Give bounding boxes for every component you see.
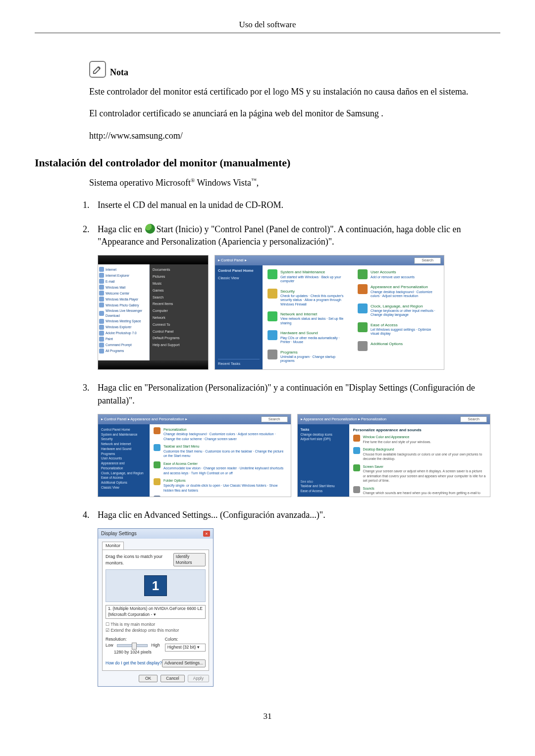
cp-category[interactable]: User AccountsAdd or remove user accounts: [358, 269, 439, 279]
ap-sidebar-item[interactable]: Security: [101, 437, 147, 442]
cp-category[interactable]: Additional Options: [358, 341, 439, 351]
ap-sidebar-item[interactable]: Appearance and Personalization: [101, 461, 147, 471]
pp-category[interactable]: Screen SaverChange your screen saver or …: [353, 464, 486, 483]
start-menu-right-item[interactable]: Default Programs: [153, 335, 205, 342]
start-menu-item[interactable]: Internet Explorer: [99, 272, 148, 278]
pp-seealso-item[interactable]: Taskbar and Start Menu: [301, 484, 346, 489]
start-menu-item[interactable]: Adobe Photoshop 7.0: [99, 330, 148, 336]
ap-sidebar-item[interactable]: System and Maintenance: [101, 432, 147, 437]
pp-seealso-item[interactable]: Ease of Access: [301, 489, 346, 494]
ap-sidebar-item[interactable]: Programs: [101, 452, 147, 456]
ap-category[interactable]: Taskbar and Start MenuCustomize the Star…: [154, 444, 287, 458]
cp-category[interactable]: SecurityCheck for updates · Check this c…: [268, 289, 349, 307]
drag-instruction: Drag the icons to match your monitors.: [106, 554, 173, 566]
pp-category[interactable]: Desktop BackgroundChoose from available …: [353, 447, 486, 461]
step-2: Haga clic en Start (Inicio) y "Control P…: [92, 223, 490, 370]
resolution-label: Resolution:: [106, 637, 160, 643]
cp-category[interactable]: System and MaintenanceGet started with W…: [268, 269, 349, 283]
start-menu-item[interactable]: Paint: [99, 336, 148, 342]
advanced-settings-button[interactable]: Advanced Settings...: [162, 659, 206, 667]
start-menu-item[interactable]: Welcome Center: [99, 290, 148, 296]
start-menu-item[interactable]: Command Prompt: [99, 342, 148, 348]
note-paragraph-2: El controlador certificado se anunciará …: [89, 107, 490, 119]
close-icon[interactable]: ×: [203, 531, 210, 537]
pp-heading: Personalize appearance and sounds: [353, 427, 486, 433]
start-menu-item[interactable]: Windows Mail: [99, 284, 148, 290]
ap-sidebar-item[interactable]: Control Panel Home: [101, 427, 147, 432]
ap-sidebar-item[interactable]: Hardware and Sound: [101, 447, 147, 452]
extend-desktop-checkbox[interactable]: ☑ Extend the desktop onto this monitor: [106, 628, 206, 634]
start-menu-right-item[interactable]: Recent Items: [153, 301, 205, 307]
step-4: Haga clic en Advanced Settings... (Confi…: [92, 509, 490, 687]
colors-select[interactable]: Highest (32 bit) ▾: [165, 644, 206, 652]
resolution-value: 1280 by 1024 pixels: [106, 650, 160, 655]
search-input[interactable]: Search: [460, 416, 487, 423]
identify-monitors-button[interactable]: Identify Monitors: [173, 553, 206, 567]
pp-sidebar-item[interactable]: Adjust font size (DPI): [301, 437, 346, 442]
start-menu-right-item[interactable]: Control Panel: [153, 328, 205, 335]
cancel-button[interactable]: Cancel: [160, 675, 184, 683]
windows-start-icon: [145, 224, 155, 234]
search-input[interactable]: Search: [261, 416, 288, 423]
ap-sidebar-item[interactable]: Clock, Language, and Region: [101, 471, 147, 476]
pp-tasks-title: Tasks: [301, 427, 346, 432]
monitor-select[interactable]: 1. (Multiple Monitors) on NVIDIA GeForce…: [106, 605, 206, 619]
cp-category[interactable]: Clock, Language, and RegionChange keyboa…: [358, 303, 439, 317]
breadcrumb: ▸ Appearance and Personalization ▸ Perso…: [301, 417, 387, 422]
search-input[interactable]: Search: [414, 257, 441, 264]
start-menu-right-item[interactable]: Connect To: [153, 321, 205, 328]
cp-category[interactable]: Hardware and SoundPlay CDs or other medi…: [268, 330, 349, 344]
step-1: Inserte el CD del manual en la unidad de…: [92, 199, 490, 211]
start-menu-right-item[interactable]: Search: [153, 294, 205, 301]
start-menu-item[interactable]: All Programs: [99, 348, 148, 354]
pp-sidebar-item[interactable]: Change desktop icons: [301, 432, 346, 437]
breadcrumb: ▸ Control Panel ▸ Appearance and Persona…: [101, 417, 187, 422]
start-menu-item[interactable]: Windows Photo Gallery: [99, 302, 148, 308]
note-block: Nota: [89, 61, 490, 78]
help-link[interactable]: How do I get the best display?: [106, 660, 162, 666]
figure-appearance-personalization: ▸ Control Panel ▸ Appearance and Persona…: [98, 414, 291, 497]
start-menu-right-item[interactable]: Music: [153, 280, 205, 287]
ap-category[interactable]: Ease of Access CenterAccommodate low vis…: [154, 461, 287, 476]
resolution-slider[interactable]: [117, 644, 148, 647]
ok-button[interactable]: OK: [139, 675, 158, 683]
note-paragraph-1: Este controlador del monitor está certif…: [89, 86, 490, 98]
cp-category[interactable]: Network and InternetView network status …: [268, 311, 349, 325]
start-menu-item[interactable]: E-mail: [99, 278, 148, 284]
note-label: Nota: [110, 67, 128, 78]
monitor-1-icon[interactable]: 1: [144, 575, 167, 596]
ap-category[interactable]: PersonalizationChange desktop background…: [154, 427, 287, 442]
cp-classic-view-link[interactable]: Classic View: [218, 276, 260, 281]
note-url: http://www.samsung.com/: [89, 130, 490, 142]
start-menu-item[interactable]: Internet: [99, 266, 148, 272]
start-menu-right-item[interactable]: Computer: [153, 307, 205, 314]
start-menu-item[interactable]: Windows Meeting Space: [99, 318, 148, 324]
main-monitor-checkbox[interactable]: ☐ This is my main monitor: [106, 622, 206, 628]
start-menu-item[interactable]: Windows Media Player: [99, 296, 148, 302]
ap-sidebar-item[interactable]: Network and Internet: [101, 442, 147, 447]
ap-sidebar-item[interactable]: User Accounts: [101, 456, 147, 461]
start-menu-item[interactable]: Windows Live Messenger Download: [99, 308, 148, 318]
start-menu-right-item[interactable]: Games: [153, 287, 205, 294]
start-menu-right-item[interactable]: Help and Support: [153, 342, 205, 349]
start-menu-right-item[interactable]: Pictures: [153, 273, 205, 280]
monitor-preview[interactable]: 1: [106, 569, 206, 602]
cp-category[interactable]: Appearance and PersonalizationChange des…: [358, 284, 439, 298]
start-menu-right-item[interactable]: Network: [153, 314, 205, 321]
cp-category[interactable]: Ease of AccessLet Windows suggest settin…: [358, 322, 439, 336]
cp-category[interactable]: ProgramsUninstall a program · Change sta…: [268, 350, 349, 363]
pp-category[interactable]: Window Color and AppearanceFine tune the…: [353, 435, 486, 444]
start-menu-right-item[interactable]: Documents: [153, 266, 205, 273]
ap-sidebar-item[interactable]: Classic View: [101, 485, 147, 490]
start-menu-item[interactable]: Windows Explorer: [99, 324, 148, 330]
pp-category[interactable]: SoundsChange which sounds are heard when…: [353, 486, 486, 497]
apply-button[interactable]: Apply: [188, 675, 209, 683]
pp-see-also: See also: [301, 479, 346, 484]
figure-control-panel: ▸ Control Panel ▸ Search Control Panel H…: [214, 255, 444, 370]
ap-sidebar-item[interactable]: Additional Options: [101, 480, 147, 485]
ap-sidebar-item[interactable]: Ease of Access: [101, 475, 147, 480]
os-line: Sistema operativo Microsoft® Windows Vis…: [89, 177, 500, 188]
ap-category[interactable]: Folder OptionsSpecify single- or double-…: [154, 478, 287, 493]
tab-monitor[interactable]: Monitor: [102, 542, 124, 550]
ap-category[interactable]: FontsInstall or remove a font: [154, 496, 287, 497]
